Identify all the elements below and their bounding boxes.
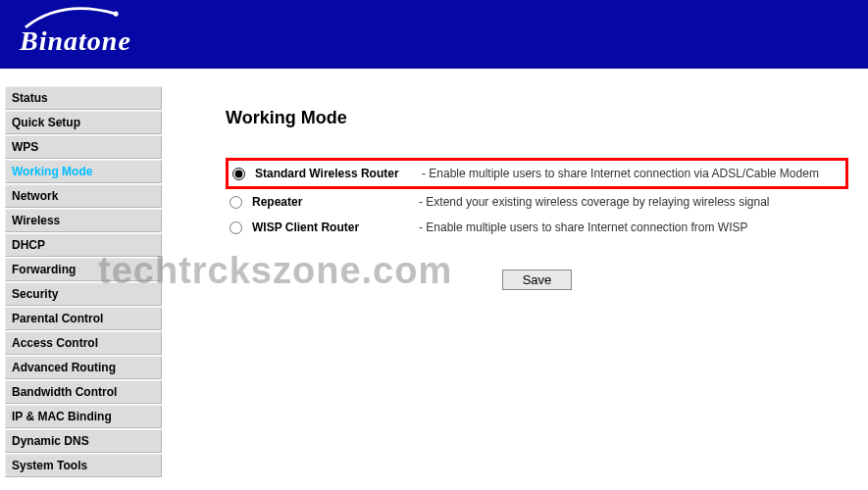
sidebar-item-bandwidth-control[interactable]: Bandwidth Control [5,380,162,404]
option-desc: - Enable multiple users to share Interne… [422,167,819,180]
option-label: Standard Wireless Router [255,167,422,180]
sidebar-item-system-tools[interactable]: System Tools [5,454,162,477]
radio-wisp-client-router[interactable] [230,221,242,234]
sidebar-item-network[interactable]: Network [5,184,162,208]
main-content: Working Mode Standard Wireless Router - … [167,69,868,478]
option-repeater[interactable]: Repeater - Extend your existing wireless… [226,189,848,215]
sidebar-item-parental-control[interactable]: Parental Control [5,307,162,330]
sidebar-item-working-mode[interactable]: Working Mode [5,160,162,183]
sidebar-nav: Status Quick Setup WPS Working Mode Netw… [0,69,167,478]
sidebar-item-wps[interactable]: WPS [5,135,162,159]
sidebar-item-forwarding[interactable]: Forwarding [5,258,162,281]
sidebar-item-access-control[interactable]: Access Control [5,331,162,355]
header-bar: Binatone [0,0,868,69]
sidebar-item-ip-mac-binding[interactable]: IP & MAC Binding [5,405,162,428]
option-desc: - Enable multiple users to share Interne… [419,220,748,234]
sidebar-item-security[interactable]: Security [5,282,162,306]
radio-repeater[interactable] [230,196,242,209]
working-mode-options: Standard Wireless Router - Enable multip… [226,158,848,240]
brand-logo: Binatone [20,8,131,57]
option-label: Repeater [252,195,419,209]
sidebar-item-dynamic-dns[interactable]: Dynamic DNS [5,429,162,453]
sidebar-item-status[interactable]: Status [5,86,162,110]
page-title: Working Mode [226,108,848,128]
save-row: Save [226,270,848,290]
option-desc: - Extend your existing wireless coverage… [419,195,770,209]
option-standard-wireless-router[interactable]: Standard Wireless Router - Enable multip… [226,158,848,189]
sidebar-item-wireless[interactable]: Wireless [5,209,162,232]
option-wisp-client-router[interactable]: WISP Client Router - Enable multiple use… [226,215,848,240]
option-label: WISP Client Router [252,220,419,234]
sidebar-item-dhcp[interactable]: DHCP [5,233,162,257]
save-button[interactable]: Save [502,270,573,290]
sidebar-item-quick-setup[interactable]: Quick Setup [5,111,162,134]
sidebar-item-advanced-routing[interactable]: Advanced Routing [5,356,162,379]
radio-standard-wireless-router[interactable] [232,168,245,180]
